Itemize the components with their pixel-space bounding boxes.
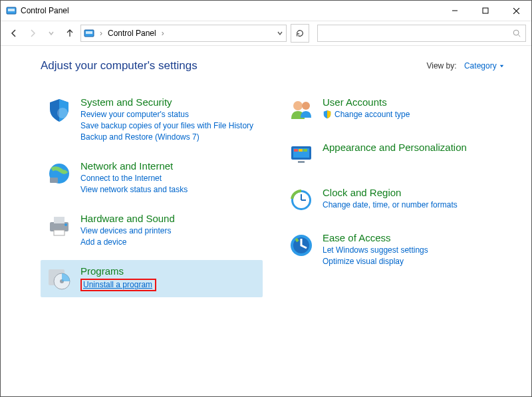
control-panel-icon — [6, 5, 17, 16]
svg-rect-15 — [54, 230, 65, 235]
svg-rect-14 — [54, 217, 65, 223]
view-by-value: Category — [464, 61, 497, 70]
categories: System and Security Review your computer… — [41, 91, 505, 297]
category-title[interactable]: Clock and Region — [323, 187, 458, 198]
category-programs[interactable]: Programs Uninstall a program — [41, 260, 263, 297]
svg-rect-24 — [294, 149, 298, 152]
view-by: View by: Category — [426, 61, 505, 70]
chevron-right-icon: › — [162, 29, 164, 38]
svg-rect-7 — [86, 31, 92, 34]
left-column: System and Security Review your computer… — [41, 91, 263, 297]
category-title[interactable]: Appearance and Personalization — [323, 142, 467, 153]
category-hardware[interactable]: Hardware and Sound View devices and prin… — [41, 207, 263, 252]
view-by-dropdown[interactable]: Category — [464, 61, 505, 70]
titlebar: Control Panel — [1, 1, 531, 21]
navbar: › Control Panel › — [1, 21, 531, 46]
back-button[interactable] — [6, 25, 22, 41]
svg-point-20 — [293, 101, 303, 110]
category-title[interactable]: Network and Internet — [80, 160, 188, 172]
svg-rect-12 — [50, 178, 58, 183]
svg-rect-25 — [299, 149, 303, 152]
window-title: Control Panel — [21, 6, 440, 15]
uac-shield-icon — [323, 110, 332, 119]
svg-rect-3 — [483, 8, 488, 13]
forward-button[interactable] — [25, 25, 41, 41]
link-add-device[interactable]: Add a device — [80, 237, 175, 247]
link-devices-printers[interactable]: View devices and printers — [80, 226, 175, 235]
link-review-status[interactable]: Review your computer's status — [80, 110, 253, 119]
link-optimize-display[interactable]: Optimize visual display — [323, 257, 428, 266]
chevron-down-icon[interactable] — [277, 30, 283, 37]
link-change-date-time[interactable]: Change date, time, or number formats — [323, 200, 458, 209]
recent-dropdown[interactable] — [43, 25, 59, 41]
chevron-right-icon: › — [100, 29, 102, 38]
category-title[interactable]: Programs — [80, 265, 156, 277]
category-user-accounts[interactable]: User Accounts Change account type — [283, 91, 505, 128]
category-title[interactable]: Hardware and Sound — [80, 213, 175, 224]
svg-point-16 — [65, 223, 67, 226]
globe-icon — [46, 160, 72, 187]
category-title[interactable]: Ease of Access — [323, 232, 428, 243]
category-clock-region[interactable]: Clock and Region Change date, time, or n… — [283, 182, 505, 219]
disc-icon — [46, 265, 72, 292]
page-heading: Adjust your computer's settings — [41, 59, 198, 72]
link-connect-internet[interactable]: Connect to the Internet — [80, 174, 188, 183]
link-change-account-type[interactable]: Change account type — [334, 110, 410, 119]
minimize-button[interactable] — [440, 1, 470, 21]
control-panel-icon — [84, 28, 94, 39]
search-icon — [512, 29, 521, 38]
monitor-icon — [288, 142, 315, 168]
category-network[interactable]: Network and Internet Connect to the Inte… — [41, 155, 263, 199]
link-file-history[interactable]: Save backup copies of your files with Fi… — [80, 121, 253, 130]
link-backup-restore[interactable]: Backup and Restore (Windows 7) — [80, 132, 253, 142]
highlight-box: Uninstall a program — [80, 279, 156, 291]
up-button[interactable] — [62, 25, 78, 41]
svg-line-5 — [513, 8, 519, 14]
svg-point-10 — [57, 108, 68, 118]
category-appearance[interactable]: Appearance and Personalization — [283, 136, 505, 174]
right-column: User Accounts Change account type — [283, 91, 505, 297]
breadcrumb-root[interactable]: Control Panel — [108, 29, 156, 38]
category-ease-of-access[interactable]: Ease of Access Let Windows suggest setti… — [283, 227, 505, 271]
refresh-button[interactable] — [291, 24, 309, 43]
svg-rect-27 — [298, 161, 305, 163]
link-uninstall-program[interactable]: Uninstall a program — [83, 280, 152, 289]
close-button[interactable] — [501, 1, 531, 21]
svg-rect-26 — [303, 149, 307, 152]
svg-line-4 — [513, 8, 519, 14]
svg-rect-1 — [8, 9, 15, 11]
svg-point-21 — [302, 102, 310, 110]
ease-of-access-icon — [288, 232, 315, 259]
window-frame: Control Panel › Control Panel › — [0, 0, 532, 397]
header-row: Adjust your computer's settings View by:… — [41, 59, 505, 72]
maximize-button[interactable] — [470, 1, 501, 21]
category-title[interactable]: System and Security — [80, 96, 253, 108]
chevron-down-icon — [499, 63, 505, 69]
link-suggest-settings[interactable]: Let Windows suggest settings — [323, 245, 428, 255]
category-title[interactable]: User Accounts — [323, 96, 410, 108]
content-area: Adjust your computer's settings View by:… — [1, 46, 531, 396]
category-system-security[interactable]: System and Security Review your computer… — [41, 91, 263, 147]
svg-line-9 — [519, 35, 521, 37]
search-input[interactable] — [317, 25, 526, 42]
link-network-status[interactable]: View network status and tasks — [80, 185, 188, 194]
svg-point-8 — [513, 30, 519, 35]
address-bar[interactable]: › Control Panel › — [80, 25, 287, 42]
clock-icon — [288, 187, 315, 213]
shield-icon — [46, 96, 72, 123]
window-controls — [440, 1, 531, 21]
view-by-label: View by: — [426, 61, 456, 70]
users-icon — [288, 96, 315, 123]
printer-icon — [46, 213, 72, 239]
